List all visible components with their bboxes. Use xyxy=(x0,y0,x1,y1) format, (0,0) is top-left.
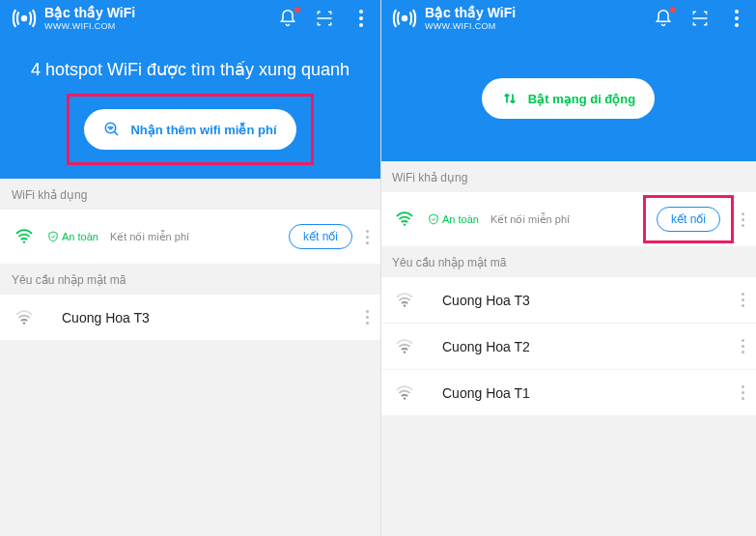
item-menu-icon[interactable] xyxy=(738,381,748,404)
notification-dot xyxy=(294,7,300,13)
item-menu-icon[interactable] xyxy=(738,209,748,231)
network-name: Cuong Hoa T2 xyxy=(442,339,728,354)
safe-label: An toàn xyxy=(442,213,479,225)
item-menu-icon[interactable] xyxy=(362,226,373,248)
section-available: WiFi khả dụng xyxy=(380,161,756,192)
network-item[interactable]: Cuong Hoa T2 xyxy=(380,324,756,370)
wifi-body: An toàn Kết nối miễn phí xyxy=(48,231,289,243)
network-list-left: Cuong Hoa T3 xyxy=(0,295,380,340)
wifi-lock-icon xyxy=(394,385,415,401)
network-item[interactable]: Cuong Hoa T1 xyxy=(380,370,756,415)
svg-point-4 xyxy=(403,16,406,20)
notification-dot xyxy=(670,7,676,13)
svg-point-6 xyxy=(404,304,406,306)
wifi-lock-icon xyxy=(14,310,35,325)
enable-mobile-data-button[interactable]: Bật mạng di động xyxy=(482,78,655,119)
wifi-lock-icon xyxy=(394,339,415,354)
top-icons xyxy=(654,9,746,28)
screen-right: Bậc thầy WiFi WWW.WIFI.COM Bật mạng di xyxy=(380,0,756,536)
wifi-meta: An toàn Kết nối miễn phí xyxy=(48,231,289,243)
top-icons xyxy=(278,9,371,28)
bell-icon[interactable] xyxy=(278,9,297,28)
bell-icon[interactable] xyxy=(654,9,673,28)
svg-point-0 xyxy=(22,16,26,20)
wifi-body: An toàn Kết nối miễn phí xyxy=(429,213,657,226)
app-subtitle: WWW.WIFI.COM xyxy=(425,21,654,31)
free-label: Kết nối miễn phí xyxy=(110,231,189,243)
svg-point-3 xyxy=(23,322,25,324)
title-block: Bậc thầy WiFi WWW.WIFI.COM xyxy=(425,6,654,30)
network-item[interactable]: Cuong Hoa T3 xyxy=(0,295,380,340)
app-logo-icon xyxy=(392,6,417,31)
svg-point-8 xyxy=(404,397,406,399)
svg-point-2 xyxy=(23,240,25,242)
wifi-icon xyxy=(394,212,415,227)
safe-badge: An toàn xyxy=(429,213,479,225)
app-title: Bậc thầy WiFi xyxy=(44,6,278,20)
safe-badge: An toàn xyxy=(48,231,98,242)
screen-divider xyxy=(380,0,381,536)
wifi-meta: An toàn Kết nối miễn phí xyxy=(429,213,657,226)
connect-button[interactable]: kết nối xyxy=(657,207,720,232)
scan-icon[interactable] xyxy=(690,9,710,28)
menu-icon[interactable] xyxy=(351,9,371,28)
item-menu-icon[interactable] xyxy=(738,335,748,357)
menu-icon[interactable] xyxy=(727,9,746,28)
svg-point-5 xyxy=(404,223,406,225)
title-block: Bậc thầy WiFi WWW.WIFI.COM xyxy=(44,6,278,30)
hero: 4 hotspot WiFi được tìm thấy xung quanh … xyxy=(0,36,380,179)
app-subtitle: WWW.WIFI.COM xyxy=(44,21,278,31)
free-label: Kết nối miễn phí xyxy=(490,213,570,226)
network-list-right: Cuong Hoa T3 Cuong Hoa T2 Cuong Hoa T1 xyxy=(380,277,756,415)
wifi-available-item[interactable]: An toàn Kết nối miễn phí kết nối xyxy=(380,192,756,246)
network-name: Cuong Hoa T3 xyxy=(62,310,352,325)
scan-icon[interactable] xyxy=(315,9,334,28)
wifi-icon xyxy=(14,229,35,244)
hero: Bật mạng di động xyxy=(380,36,756,161)
network-name: Cuong Hoa T3 xyxy=(442,293,728,308)
header-left: Bậc thầy WiFi WWW.WIFI.COM 4 hotspot WiF… xyxy=(0,0,380,179)
safe-label: An toàn xyxy=(62,231,98,242)
arrows-icon xyxy=(501,90,518,107)
topbar: Bậc thầy WiFi WWW.WIFI.COM xyxy=(0,0,380,36)
cta-label: Bật mạng di động xyxy=(528,92,635,106)
section-password: Yêu cầu nhập mật mã xyxy=(0,264,380,295)
wifi-available-item[interactable]: An toàn Kết nối miễn phí kết nối xyxy=(0,210,380,264)
cta-label: Nhận thêm wifi miễn phí xyxy=(130,123,276,137)
magnify-wifi-icon xyxy=(103,121,121,138)
wifi-lock-icon xyxy=(394,293,415,308)
network-item[interactable]: Cuong Hoa T3 xyxy=(380,277,756,324)
content-right: WiFi khả dụng An toàn Kết nối miễn phí k… xyxy=(380,161,756,536)
item-menu-icon[interactable] xyxy=(738,289,748,311)
section-password: Yêu cầu nhập mật mã xyxy=(380,246,756,277)
get-free-wifi-button[interactable]: Nhận thêm wifi miễn phí xyxy=(84,109,295,150)
screen-left: Bậc thầy WiFi WWW.WIFI.COM 4 hotspot WiF… xyxy=(0,0,380,536)
topbar: Bậc thầy WiFi WWW.WIFI.COM xyxy=(380,0,756,36)
app-title: Bậc thầy WiFi xyxy=(425,6,654,20)
header-right: Bậc thầy WiFi WWW.WIFI.COM Bật mạng di xyxy=(380,0,756,161)
app-logo-icon xyxy=(12,6,37,31)
content-left: WiFi khả dụng An toàn Kết nối miễn phí k… xyxy=(0,179,380,536)
hero-text: 4 hotspot WiFi được tìm thấy xung quanh xyxy=(14,59,367,80)
svg-point-7 xyxy=(404,351,406,353)
network-name: Cuong Hoa T1 xyxy=(442,385,728,401)
connect-button[interactable]: kết nối xyxy=(289,224,352,249)
item-menu-icon[interactable] xyxy=(362,306,373,328)
section-available: WiFi khả dụng xyxy=(0,179,380,210)
